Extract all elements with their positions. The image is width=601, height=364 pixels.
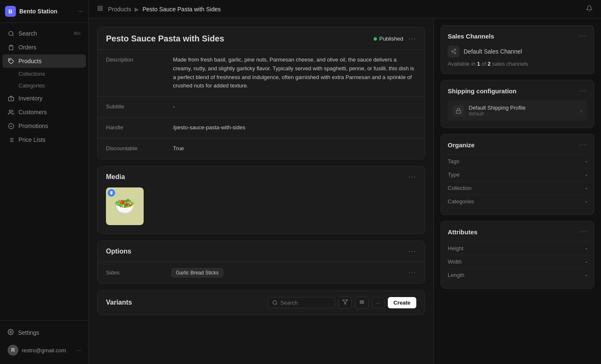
svg-point-25 <box>454 49 456 51</box>
svg-rect-15 <box>98 6 100 8</box>
svg-point-27 <box>454 52 456 54</box>
organize-title: Organize <box>448 141 475 149</box>
svg-rect-30 <box>457 110 461 113</box>
settings-icon <box>8 329 14 336</box>
variants-search-input[interactable] <box>280 300 330 306</box>
user-info: R restro@gmail.com <box>8 345 66 356</box>
options-title: Options <box>106 248 131 255</box>
brand-name: Bento Station <box>19 8 57 15</box>
svg-line-29 <box>453 50 454 51</box>
length-row: Length - <box>448 268 587 282</box>
svg-rect-16 <box>101 6 102 8</box>
options-menu-button[interactable]: ··· <box>408 248 416 255</box>
handle-value: /pesto-sauce-pasta-with-sides <box>173 123 416 132</box>
user-email: restro@gmail.com <box>22 347 66 354</box>
svg-line-28 <box>453 52 454 53</box>
customers-icon <box>8 109 14 115</box>
create-variant-button[interactable]: Create <box>388 297 416 308</box>
sidebar-item-orders[interactable]: Orders <box>3 41 86 54</box>
media-menu-button[interactable]: ··· <box>408 173 416 181</box>
discountable-value: True <box>173 144 416 153</box>
description-label: Description <box>106 56 165 63</box>
sort-button[interactable] <box>355 297 369 309</box>
sidebar: B Bento Station ··· Search ⌘K Orders Pro… <box>0 0 89 364</box>
variants-more-button[interactable]: ··· <box>372 297 384 308</box>
shipping-profile-item[interactable]: Default Shipping Profile default › <box>448 100 587 121</box>
collection-label: Collection <box>448 185 472 191</box>
breadcrumb-products[interactable]: Products <box>108 6 131 13</box>
filter-button[interactable] <box>338 297 352 309</box>
sides-label: Sides <box>106 269 165 276</box>
content-area: Pesto Sauce Pasta with Sides Published ·… <box>89 18 601 364</box>
sidebar-item-label: Products <box>18 58 41 64</box>
sidebar-item-label: Customers <box>18 109 47 115</box>
organize-menu-button[interactable]: ··· <box>579 141 587 149</box>
product-status: Published ··· <box>374 35 416 43</box>
svg-rect-1 <box>10 45 12 46</box>
sidebar-item-inventory[interactable]: Inventory <box>3 92 86 105</box>
sidebar-menu-button[interactable]: ··· <box>78 8 83 15</box>
length-value: - <box>586 272 587 278</box>
type-value: - <box>586 172 587 178</box>
user-menu-button[interactable]: ··· <box>76 347 81 354</box>
sales-channels-header: Sales Channels ··· <box>448 32 587 40</box>
type-row: Type - <box>448 168 587 181</box>
topbar-grid-icon <box>97 5 103 13</box>
topbar: Products ▶ Pesto Sauce Pasta with Sides <box>89 0 601 18</box>
sidebar-item-products[interactable]: Products <box>3 54 86 68</box>
tags-value: - <box>586 158 587 164</box>
product-menu-button[interactable]: ··· <box>408 35 416 43</box>
breadcrumb-current: Pesto Sauce Pasta with Sides <box>142 6 221 13</box>
width-row: Width - <box>448 255 587 268</box>
length-label: Length <box>448 272 464 278</box>
shipping-icon <box>453 105 464 117</box>
subtitle-label: Subtitle <box>106 103 165 110</box>
sales-channels-menu-button[interactable]: ··· <box>579 32 587 40</box>
sales-channels-title: Sales Channels <box>448 33 494 40</box>
organize-header: Organize ··· <box>448 141 587 149</box>
sidebar-item-customers[interactable]: Customers <box>3 105 86 119</box>
sidebar-header: B Bento Station ··· <box>0 0 88 23</box>
organize-card: Organize ··· Tags - Type - Collection - … <box>441 134 594 215</box>
variants-search-icon <box>272 300 278 305</box>
sidebar-item-price-lists[interactable]: Price Lists <box>3 133 86 146</box>
shipping-info: Default Shipping Profile default <box>453 105 526 117</box>
product-image: 🥗 <box>106 187 144 225</box>
sidebar-item-settings[interactable]: Settings <box>5 326 83 340</box>
sidebar-item-promotions[interactable]: Promotions <box>3 119 86 133</box>
subtitle-value: - <box>173 103 416 111</box>
user-avatar: R <box>8 345 18 356</box>
variants-search-box[interactable] <box>268 297 335 308</box>
attributes-title: Attributes <box>448 228 477 236</box>
promotions-icon <box>8 123 14 129</box>
sidebar-item-label: Price Lists <box>18 136 46 143</box>
attributes-card: Attributes ··· Height - Width - Length - <box>441 221 594 289</box>
height-value: - <box>586 245 587 251</box>
search-shortcut: ⌘K <box>73 31 81 36</box>
collection-row: Collection - <box>448 181 587 195</box>
channel-item: Default Sales Channel <box>448 46 587 57</box>
status-text: Published <box>379 36 403 42</box>
tags-label: Tags <box>448 158 459 164</box>
product-header: Pesto Sauce Pasta with Sides Published ·… <box>98 27 425 49</box>
shipping-profile-name: Default Shipping Profile <box>469 105 526 111</box>
attributes-menu-button[interactable]: ··· <box>579 228 587 236</box>
width-label: Width <box>448 259 462 265</box>
filter-icon <box>342 299 348 305</box>
type-label: Type <box>448 172 459 178</box>
sidebar-item-categories[interactable]: Categories <box>3 80 86 91</box>
sides-menu-button[interactable]: ··· <box>408 269 416 277</box>
center-panel: Pesto Sauce Pasta with Sides Published ·… <box>89 18 433 364</box>
shipping-menu-button[interactable]: ··· <box>579 87 587 95</box>
sidebar-item-collections[interactable]: Collections <box>3 68 86 79</box>
availability-text: Available in 1 of 2 sales channels <box>448 61 587 67</box>
height-label: Height <box>448 245 464 251</box>
inventory-icon <box>8 95 14 102</box>
svg-point-6 <box>9 110 11 112</box>
sidebar-item-search[interactable]: Search ⌘K <box>3 27 86 40</box>
handle-label: Handle <box>106 123 165 131</box>
breadcrumb: Products ▶ Pesto Sauce Pasta with Sides <box>108 6 221 13</box>
notification-bell-icon[interactable] <box>586 5 593 13</box>
media-card-header: Media ··· <box>98 167 425 187</box>
status-badge: Published <box>374 36 403 42</box>
